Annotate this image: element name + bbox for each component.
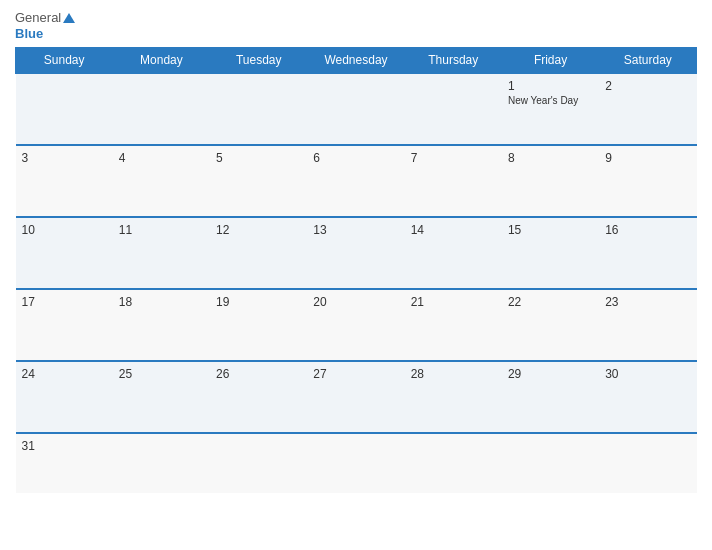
calendar-cell: 9 <box>599 145 696 217</box>
calendar-cell: 24 <box>16 361 113 433</box>
day-header-wednesday: Wednesday <box>307 48 404 74</box>
calendar-cell: 7 <box>405 145 502 217</box>
day-number: 26 <box>216 367 301 381</box>
day-header-sunday: Sunday <box>16 48 113 74</box>
calendar-cell: 4 <box>113 145 210 217</box>
calendar-cell <box>405 433 502 493</box>
calendar-cell: 26 <box>210 361 307 433</box>
calendar-cell: 10 <box>16 217 113 289</box>
calendar-cell <box>113 433 210 493</box>
calendar-container: General Blue SundayMondayTuesdayWednesda… <box>0 0 712 550</box>
calendar-cell: 12 <box>210 217 307 289</box>
calendar-cell <box>307 433 404 493</box>
calendar-cell: 11 <box>113 217 210 289</box>
week-row-1: 1New Year's Day2 <box>16 73 697 145</box>
calendar-cell: 18 <box>113 289 210 361</box>
day-number: 16 <box>605 223 690 237</box>
day-number: 19 <box>216 295 301 309</box>
day-number: 27 <box>313 367 398 381</box>
day-number: 9 <box>605 151 690 165</box>
calendar-cell <box>307 73 404 145</box>
week-row-2: 3456789 <box>16 145 697 217</box>
day-number: 21 <box>411 295 496 309</box>
day-header-friday: Friday <box>502 48 599 74</box>
day-number: 25 <box>119 367 204 381</box>
day-number: 22 <box>508 295 593 309</box>
calendar-cell: 20 <box>307 289 404 361</box>
day-number: 12 <box>216 223 301 237</box>
day-number: 10 <box>22 223 107 237</box>
day-number: 8 <box>508 151 593 165</box>
week-row-3: 10111213141516 <box>16 217 697 289</box>
day-number: 4 <box>119 151 204 165</box>
calendar-cell: 5 <box>210 145 307 217</box>
holiday-label: New Year's Day <box>508 95 593 106</box>
day-number: 17 <box>22 295 107 309</box>
day-header-thursday: Thursday <box>405 48 502 74</box>
week-row-6: 31 <box>16 433 697 493</box>
calendar-cell <box>502 433 599 493</box>
calendar-cell: 17 <box>16 289 113 361</box>
day-number: 5 <box>216 151 301 165</box>
day-number: 28 <box>411 367 496 381</box>
day-number: 18 <box>119 295 204 309</box>
calendar-cell: 22 <box>502 289 599 361</box>
day-number: 29 <box>508 367 593 381</box>
day-number: 6 <box>313 151 398 165</box>
day-number: 15 <box>508 223 593 237</box>
calendar-cell <box>405 73 502 145</box>
calendar-cell: 30 <box>599 361 696 433</box>
logo-triangle-icon <box>63 13 75 23</box>
day-number: 11 <box>119 223 204 237</box>
calendar-cell: 2 <box>599 73 696 145</box>
day-header-tuesday: Tuesday <box>210 48 307 74</box>
day-number: 7 <box>411 151 496 165</box>
calendar-cell: 14 <box>405 217 502 289</box>
calendar-cell: 13 <box>307 217 404 289</box>
calendar-cell: 1New Year's Day <box>502 73 599 145</box>
calendar-cell: 15 <box>502 217 599 289</box>
day-header-row: SundayMondayTuesdayWednesdayThursdayFrid… <box>16 48 697 74</box>
day-number: 23 <box>605 295 690 309</box>
day-header-monday: Monday <box>113 48 210 74</box>
day-number: 14 <box>411 223 496 237</box>
calendar-cell: 27 <box>307 361 404 433</box>
calendar-header: General Blue <box>15 10 697 41</box>
calendar-cell: 21 <box>405 289 502 361</box>
calendar-cell <box>113 73 210 145</box>
day-number: 2 <box>605 79 690 93</box>
calendar-table: SundayMondayTuesdayWednesdayThursdayFrid… <box>15 47 697 493</box>
calendar-cell: 31 <box>16 433 113 493</box>
logo-general-text: General <box>15 10 61 26</box>
day-header-saturday: Saturday <box>599 48 696 74</box>
week-row-5: 24252627282930 <box>16 361 697 433</box>
week-row-4: 17181920212223 <box>16 289 697 361</box>
calendar-cell: 25 <box>113 361 210 433</box>
day-number: 3 <box>22 151 107 165</box>
calendar-cell <box>210 73 307 145</box>
calendar-cell: 3 <box>16 145 113 217</box>
calendar-cell: 28 <box>405 361 502 433</box>
calendar-cell <box>599 433 696 493</box>
day-number: 13 <box>313 223 398 237</box>
calendar-cell: 16 <box>599 217 696 289</box>
day-number: 24 <box>22 367 107 381</box>
calendar-cell: 6 <box>307 145 404 217</box>
calendar-cell: 23 <box>599 289 696 361</box>
logo-blue-text: Blue <box>15 26 43 42</box>
day-number: 30 <box>605 367 690 381</box>
calendar-cell: 19 <box>210 289 307 361</box>
day-number: 1 <box>508 79 593 93</box>
day-number: 20 <box>313 295 398 309</box>
calendar-cell: 29 <box>502 361 599 433</box>
day-number: 31 <box>22 439 107 453</box>
calendar-cell <box>210 433 307 493</box>
calendar-cell <box>16 73 113 145</box>
calendar-cell: 8 <box>502 145 599 217</box>
logo: General Blue <box>15 10 75 41</box>
